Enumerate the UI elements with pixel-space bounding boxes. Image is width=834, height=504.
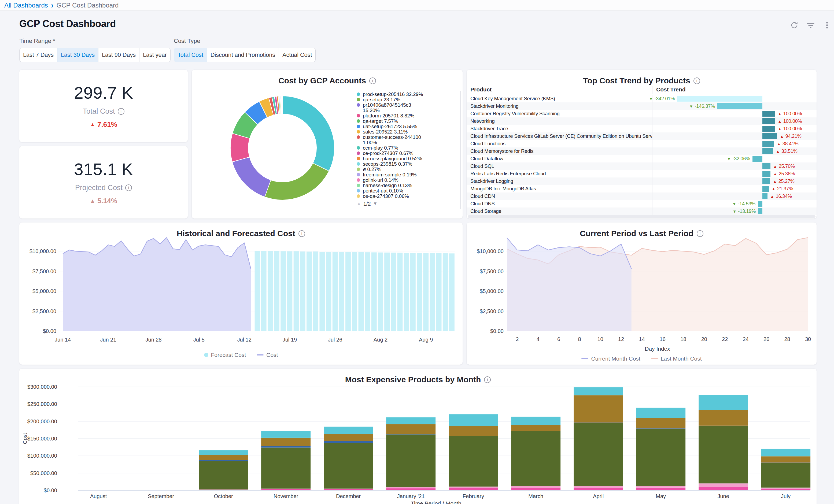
bar-segment-series-light-pink[interactable] xyxy=(511,486,561,488)
legend-item[interactable]: ø 0.27% xyxy=(357,167,437,172)
bar-segment-series-green[interactable] xyxy=(574,423,623,486)
legend-item[interactable]: ce-prod-274307 0.67% xyxy=(357,151,437,156)
bar-segment-series-blue[interactable] xyxy=(699,426,748,426)
legend-item[interactable]: platform-205701 8.82% xyxy=(357,113,437,118)
legend-item[interactable]: Forecast Cost xyxy=(204,352,246,358)
bar-segment-series-green[interactable] xyxy=(761,463,810,488)
bar-segment-series-brown[interactable] xyxy=(636,418,685,429)
legend-item[interactable]: pr10406a87045145c315.20% xyxy=(357,103,437,113)
legend-item[interactable]: pentest-uat 0.10% xyxy=(357,188,437,194)
bar-segment-series-light-pink[interactable] xyxy=(324,489,373,489)
donut-slice-pr10406a87045145c3[interactable] xyxy=(232,157,271,197)
legend-item[interactable]: qa-setup 23.17% xyxy=(357,97,437,103)
legend-item[interactable]: prod-setup-205416 32.29% xyxy=(357,92,437,97)
legend-item[interactable]: uat-setup-261723 5.55% xyxy=(357,124,437,129)
bar-segment-series-light-pink[interactable] xyxy=(386,487,436,488)
bar-segment-series-pink[interactable] xyxy=(199,489,248,490)
bar-segment-series-pink[interactable] xyxy=(324,489,373,490)
legend-item[interactable]: Last Month Cost xyxy=(651,355,702,362)
bar-segment-series-green[interactable] xyxy=(199,461,248,489)
horizontal-scrollbar[interactable] xyxy=(468,215,815,218)
bar-segment-series-light-pink[interactable] xyxy=(448,487,498,488)
legend-item[interactable]: Current Month Cost xyxy=(581,355,640,362)
bar-segment-series-blue[interactable] xyxy=(386,434,436,435)
bar-segment-series-pink[interactable] xyxy=(636,488,685,490)
bar-segment-series-brown[interactable] xyxy=(448,426,498,436)
cost-type-option-discount-and-promotions[interactable]: Discount and Promotions xyxy=(207,48,279,62)
legend-item[interactable]: secops-239815 0.37% xyxy=(357,161,437,167)
donut-slice-prod-setup-205416[interactable] xyxy=(282,96,334,171)
info-icon[interactable]: i xyxy=(118,108,125,115)
bar-segment-series-green[interactable] xyxy=(261,447,310,488)
bar-segment-series-cyan[interactable] xyxy=(511,417,561,425)
bar-segment-series-blue[interactable] xyxy=(448,436,498,436)
bar-segment-series-blue[interactable] xyxy=(199,460,248,461)
time-range-option-last-7-days[interactable]: Last 7 Days xyxy=(20,48,57,62)
bar-segment-series-cyan[interactable] xyxy=(699,395,748,410)
bar-segment-series-brown[interactable] xyxy=(386,424,436,434)
donut-slice-ce-qa-274307[interactable] xyxy=(282,96,282,114)
bar-segment-series-cyan[interactable] xyxy=(199,451,248,455)
bar-segment-series-cyan[interactable] xyxy=(636,408,685,418)
bar-segment-series-pink[interactable] xyxy=(574,488,623,490)
cost-type-option-total-cost[interactable]: Total Cost xyxy=(174,48,207,62)
bar-segment-series-cyan[interactable] xyxy=(574,387,623,395)
donut-slice-qa-setup[interactable] xyxy=(265,163,329,200)
breadcrumb-all-dashboards[interactable]: All Dashboards xyxy=(4,2,48,9)
refresh-icon[interactable] xyxy=(790,21,798,29)
bar-segment-series-blue[interactable] xyxy=(761,462,810,463)
legend-item[interactable]: harness-design 0.13% xyxy=(357,183,437,188)
bar-segment-series-brown[interactable] xyxy=(511,425,561,431)
bar-segment-series-cyan[interactable] xyxy=(761,449,810,456)
bar-segment-series-brown[interactable] xyxy=(574,395,623,423)
bar-segment-series-light-pink[interactable] xyxy=(761,488,810,489)
bar-segment-series-cyan[interactable] xyxy=(261,431,310,438)
legend-item[interactable]: sales-209522 3.11% xyxy=(357,129,437,135)
time-range-option-last-30-days[interactable]: Last 30 Days xyxy=(57,48,98,62)
bar-segment-series-light-pink[interactable] xyxy=(199,489,248,490)
legend-item[interactable]: harness-playground 0.52% xyxy=(357,156,437,161)
bar-segment-series-brown[interactable] xyxy=(261,438,310,446)
bar-segment-series-pink[interactable] xyxy=(699,487,748,490)
vertical-scrollbar[interactable] xyxy=(460,91,461,209)
bar-segment-series-blue[interactable] xyxy=(574,422,623,423)
bar-segment-series-pink[interactable] xyxy=(386,488,436,490)
bar-segment-series-cyan[interactable] xyxy=(386,417,436,424)
bar-segment-series-pink[interactable] xyxy=(448,488,498,490)
bar-segment-series-green[interactable] xyxy=(448,436,498,487)
bar-segment-series-pink[interactable] xyxy=(761,489,810,490)
info-icon[interactable]: i xyxy=(694,78,700,84)
legend-next-icon[interactable]: ▼ xyxy=(373,201,378,206)
bar-segment-series-light-pink[interactable] xyxy=(261,489,310,489)
bar-segment-series-light-pink[interactable] xyxy=(699,483,748,487)
bar-segment-series-light-pink[interactable] xyxy=(574,486,623,488)
legend-item[interactable]: ccm-play 0.77% xyxy=(357,145,437,151)
bar-segment-series-cyan[interactable] xyxy=(324,427,373,434)
bar-segment-series-green[interactable] xyxy=(511,431,561,486)
cost-type-option-actual-cost[interactable]: Actual Cost xyxy=(279,48,315,62)
bar-segment-series-green[interactable] xyxy=(699,426,748,483)
bar-segment-series-brown[interactable] xyxy=(761,456,810,462)
legend-prev-icon[interactable]: ▲ xyxy=(357,201,361,206)
bar-segment-series-blue[interactable] xyxy=(261,446,310,448)
bar-segment-series-green[interactable] xyxy=(386,435,436,487)
filter-icon[interactable] xyxy=(806,21,815,29)
more-menu-icon[interactable] xyxy=(823,21,831,29)
bar-segment-series-cyan[interactable] xyxy=(448,414,498,426)
bar-segment-series-green[interactable] xyxy=(324,443,373,489)
legend-item[interactable]: freemium-sample 0.19% xyxy=(357,172,437,177)
bar-segment-series-pink[interactable] xyxy=(261,489,310,490)
bar-segment-series-brown[interactable] xyxy=(699,410,748,426)
legend-item[interactable]: golink-url 0.14% xyxy=(357,177,437,183)
bar-segment-series-brown[interactable] xyxy=(324,434,373,441)
info-icon[interactable]: i xyxy=(125,184,132,191)
time-range-option-last-90-days[interactable]: Last 90 Days xyxy=(98,48,139,62)
legend-item[interactable]: customer-success-2441001.00% xyxy=(357,135,437,145)
bar-segment-series-brown[interactable] xyxy=(199,455,248,460)
bar-segment-series-pink[interactable] xyxy=(511,488,561,490)
legend-item[interactable]: ce-qa-274307 0.06% xyxy=(357,194,437,199)
time-range-option-last-year[interactable]: Last year xyxy=(139,48,170,62)
legend-item[interactable]: Cost xyxy=(257,352,278,358)
bar-segment-series-blue[interactable] xyxy=(324,441,373,443)
legend-item[interactable]: qa-target 7.57% xyxy=(357,118,437,124)
